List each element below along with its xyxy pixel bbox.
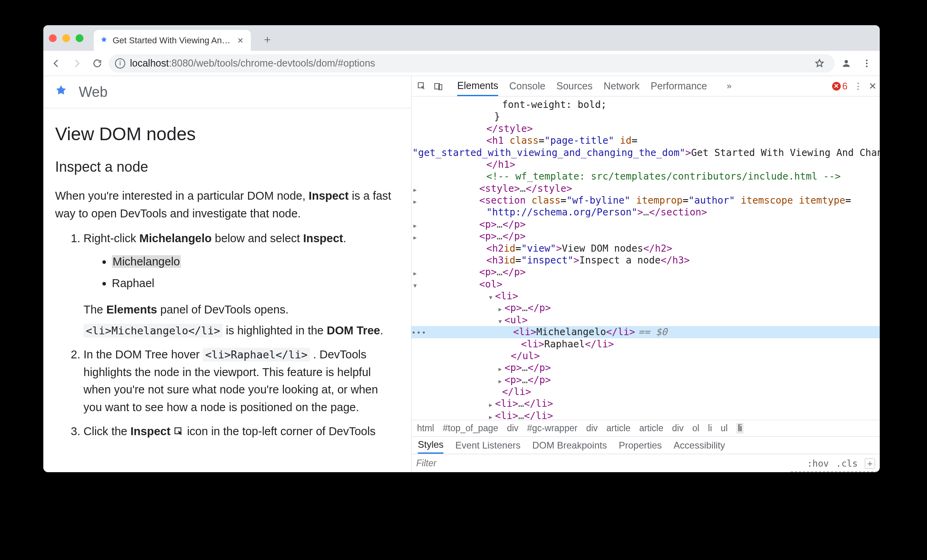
titlebar: Get Started With Viewing And C ✕ ＋ [43,25,880,51]
hov-toggle[interactable]: :hov [807,458,829,469]
forward-button[interactable] [68,54,86,72]
page-pane: Web View DOM nodes Inspect a node When y… [43,76,412,472]
page-h3: Inspect a node [55,159,399,175]
decoration [791,471,877,472]
browser-window: Get Started With Viewing And C ✕ ＋ i loc… [43,25,880,472]
tab-elements[interactable]: Elements [457,76,498,96]
svg-point-0 [845,60,848,63]
address-bar[interactable]: i localhost:8080/web/tools/chrome-devtoo… [109,54,835,72]
subtab-event-listeners[interactable]: Event Listeners [455,440,520,451]
chrome-menu-icon[interactable] [858,54,876,72]
intro-paragraph: When you're interested in a particular D… [55,187,399,223]
toolbar: i localhost:8080/web/tools/chrome-devtoo… [43,51,880,76]
example-list: Michelangelo Raphael [83,253,399,292]
selected-dom-node[interactable]: ••• <li>Michelangelo</li> == $0 [412,326,880,338]
styles-sub-tabs: Styles Event Listeners DOM Breakpoints P… [412,437,880,454]
steps-list: Right-click Michelangelo below and selec… [55,230,399,440]
subtab-accessibility[interactable]: Accessibility [674,440,725,451]
styles-filter-row: :hov .cls ＋ [412,454,880,472]
styles-filter-input[interactable] [416,458,487,469]
svg-point-3 [866,65,868,67]
tab-network[interactable]: Network [604,76,640,96]
devtools-toolbar: Elements Console Sources Network Perform… [412,76,880,96]
step-3: Click the Inspect icon in the top-left c… [83,423,399,440]
devtools-pane: Elements Console Sources Network Perform… [412,76,880,472]
tab-performance[interactable]: Performance [651,76,707,96]
url: localhost:8080/web/tools/chrome-devtools… [130,57,375,69]
inspect-element-icon[interactable] [415,79,429,93]
bookmark-star-icon[interactable] [810,54,829,72]
close-window-button[interactable] [49,34,57,42]
svg-point-2 [866,62,868,64]
list-item[interactable]: Raphael [112,274,399,292]
tab-sources[interactable]: Sources [556,76,593,96]
back-button[interactable] [47,54,65,72]
subtab-styles[interactable]: Styles [418,437,443,454]
inspect-cursor-icon [174,425,187,438]
subtab-dom-breakpoints[interactable]: DOM Breakpoints [532,440,607,451]
cls-toggle[interactable]: .cls [836,458,858,469]
new-style-rule-button[interactable]: ＋ [865,458,875,469]
content-area: Web View DOM nodes Inspect a node When y… [43,76,880,472]
favicon-icon [99,36,109,45]
window-controls [49,34,83,42]
device-toolbar-icon[interactable] [431,79,445,93]
styles-panel: Styles Event Listeners DOM Breakpoints P… [412,436,880,472]
close-tab-icon[interactable]: ✕ [237,36,244,45]
profile-icon[interactable] [837,54,855,72]
dom-breadcrumb[interactable]: html #top_of_page div #gc-wrapper div ar… [412,420,880,436]
error-count[interactable]: ✕6 [832,81,847,92]
reload-button[interactable] [88,54,106,72]
page-body: View DOM nodes Inspect a node When you'r… [43,108,411,447]
svg-point-1 [866,59,868,61]
tabs-overflow-icon[interactable]: » [727,81,731,91]
tab-active[interactable]: Get Started With Viewing And C ✕ [94,30,251,51]
fullscreen-window-button[interactable] [76,34,83,42]
step-1: Right-click Michelangelo below and selec… [83,230,399,339]
code-chip: <li>Raphael</li> [203,348,310,362]
site-label: Web [79,84,108,100]
devtools-right-controls: ✕6 ⋮ ✕ [832,81,877,92]
step-2: In the DOM Tree hover <li>Raphael</li> .… [83,346,399,417]
minimize-window-button[interactable] [62,34,70,42]
devtools-close-icon[interactable]: ✕ [869,81,877,92]
subtab-properties[interactable]: Properties [619,440,662,451]
page-h2: View DOM nodes [55,123,399,145]
dom-tree[interactable]: font-weight: bold; } </style> <h1 class=… [412,96,880,420]
site-info-icon[interactable]: i [115,58,125,69]
tab-console[interactable]: Console [509,76,545,96]
list-item[interactable]: Michelangelo [112,253,399,271]
site-logo-icon [53,84,69,100]
new-tab-button[interactable]: ＋ [262,32,273,47]
tab-title: Get Started With Viewing And C [113,35,231,46]
code-chip: <li>Michelangelo</li> [83,324,222,337]
devtools-tabs: Elements Console Sources Network Perform… [457,76,732,96]
page-site-header: Web [43,76,411,108]
devtools-menu-icon[interactable]: ⋮ [854,81,862,91]
